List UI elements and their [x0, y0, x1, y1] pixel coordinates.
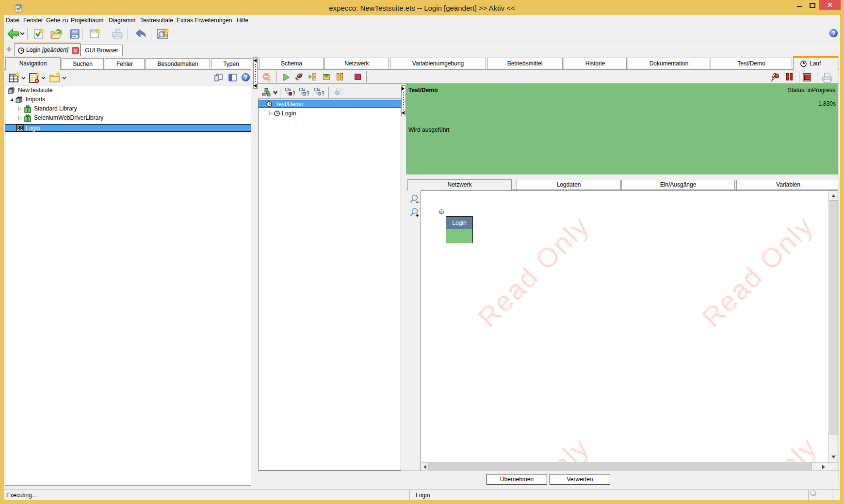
- svg-text:?: ?: [322, 90, 325, 97]
- svg-text:?: ?: [307, 90, 309, 97]
- svg-text:?: ?: [244, 74, 247, 81]
- svg-text:?: ?: [292, 90, 295, 97]
- svg-text:?: ?: [832, 30, 835, 37]
